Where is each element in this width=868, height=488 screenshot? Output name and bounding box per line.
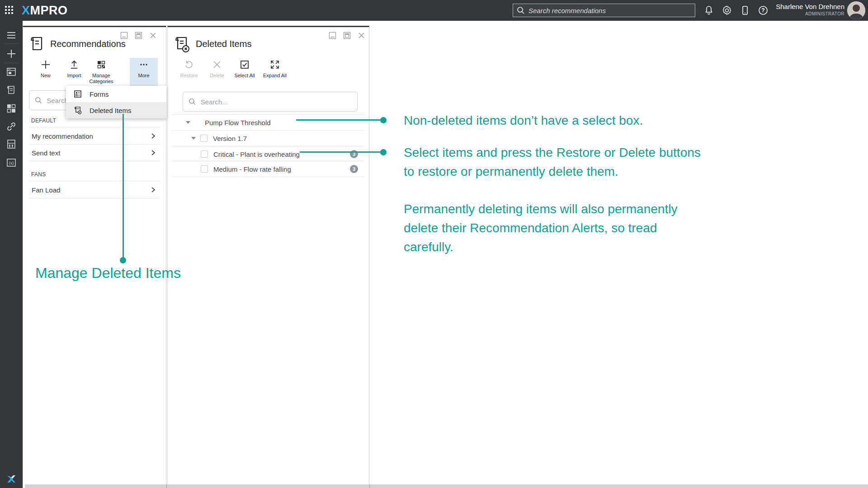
manage-categories-button[interactable]: Manage Categories (87, 58, 115, 87)
tree-row[interactable]: Critical - Plant is overheating 3 (172, 147, 364, 161)
bell-icon[interactable] (703, 5, 714, 16)
list-item[interactable]: Send text (29, 145, 160, 160)
logo-rest: MPRO (30, 4, 68, 17)
list-item[interactable]: Fan Load (29, 182, 160, 197)
restore-button[interactable]: Restore (176, 58, 202, 87)
menu-item-forms[interactable]: Forms (66, 86, 166, 102)
deleted-items-panel: Deleted Items Restore Delete Select All … (167, 26, 369, 488)
delete-icon (212, 60, 222, 70)
select-all-icon (240, 60, 250, 70)
expand-all-icon (270, 60, 280, 70)
caret-down-icon[interactable] (191, 137, 196, 140)
logo-x: X (22, 4, 30, 17)
checkbox[interactable] (200, 135, 208, 142)
search-icon (517, 6, 525, 14)
restore-action-icon (184, 60, 194, 70)
caret-down-icon[interactable] (186, 121, 190, 124)
global-search-input[interactable] (528, 7, 691, 14)
link-icon[interactable] (6, 122, 16, 131)
search-icon (35, 96, 42, 104)
menu-icon[interactable] (6, 30, 16, 40)
checkbox[interactable] (201, 150, 208, 158)
callout-dot-1 (380, 117, 387, 123)
restore-icon[interactable] (135, 32, 142, 39)
expand-all-button[interactable]: Expand All (260, 58, 290, 87)
more-icon (139, 60, 149, 70)
blocks-icon[interactable] (6, 103, 16, 113)
new-icon (41, 60, 51, 70)
chevron-right-icon (150, 133, 156, 139)
callout-line-1 (296, 119, 381, 121)
horizontal-scrollbar[interactable] (25, 484, 868, 488)
restore-icon[interactable] (343, 32, 351, 39)
deleted-items-icon (74, 106, 82, 114)
tree-row[interactable]: Pump Flow Threshold (172, 115, 364, 130)
alert-count-badge: 3 (350, 165, 358, 173)
import-button[interactable]: Import (63, 58, 85, 87)
manage-callout-line (123, 114, 124, 260)
recommendations-icon (29, 35, 45, 52)
left-sidebar: (x) (0, 21, 23, 488)
mobile-icon[interactable] (740, 5, 750, 16)
forms-icon (74, 90, 82, 98)
user-role: ADMINISTRATOR (776, 11, 844, 16)
annotation-manage-label: Manage Deleted Items (35, 265, 181, 282)
recommendations-toolbar: New Import Manage Categories More (23, 58, 166, 88)
avatar[interactable] (847, 1, 865, 19)
xmpro-x-logo (6, 474, 17, 484)
help-icon[interactable]: ? (758, 5, 769, 16)
chevron-right-icon (150, 187, 156, 193)
tree-row[interactable]: Medium - Flow rate falling 3 (172, 162, 364, 176)
app-window-icon[interactable] (6, 67, 16, 77)
svg-text:?: ? (761, 7, 764, 14)
annotation-callout-3: Permanently deleting items will also per… (404, 200, 747, 257)
manage-categories-icon (96, 60, 106, 70)
user-name: Sharlene Von Drehnen (776, 2, 844, 11)
more-button[interactable]: More (130, 58, 158, 87)
sidebar-divider (3, 43, 19, 44)
callout-dot-2 (380, 149, 387, 155)
more-dropdown-menu: Forms Deleted Items (66, 86, 166, 118)
close-icon[interactable] (149, 32, 157, 39)
import-icon (69, 60, 79, 70)
gear-icon[interactable] (722, 5, 732, 16)
deleted-items-search[interactable] (183, 92, 358, 112)
code-window-icon[interactable]: (x) (6, 158, 16, 168)
recommendations-icon[interactable] (6, 85, 16, 95)
callout-line-2 (300, 151, 381, 153)
svg-text:(x): (x) (9, 161, 14, 165)
deleted-items-toolbar: Restore Delete Select All Expand All (168, 58, 369, 88)
tree-row[interactable]: Version 1.7 (172, 131, 364, 145)
deleted-items-icon (174, 35, 191, 53)
sidebar-divider (3, 63, 19, 63)
calculator-icon[interactable] (6, 139, 16, 149)
section-label: FANS (31, 171, 46, 178)
close-icon[interactable] (358, 32, 365, 39)
top-bar: XMPRO ? Sharlene Von Drehnen ADMINISTRAT… (0, 0, 868, 21)
annotation-callout-1: Non-deleted items don’t have a select bo… (404, 111, 643, 130)
global-search[interactable] (513, 4, 695, 17)
manage-callout-dot (120, 257, 126, 263)
list-item[interactable]: My recommendation (29, 128, 160, 144)
select-all-button[interactable]: Select All (231, 58, 258, 87)
xmpro-logo: XMPRO (22, 4, 68, 18)
search-icon (189, 98, 196, 106)
panel-divider (166, 484, 167, 488)
panel-divider (369, 484, 370, 488)
checkbox[interactable] (201, 165, 208, 173)
panel-title: Deleted Items (196, 39, 251, 49)
section-label: DEFAULT (31, 117, 56, 124)
user-info[interactable]: Sharlene Von Drehnen ADMINISTRATOR (776, 2, 844, 16)
delete-button[interactable]: Delete (205, 58, 229, 87)
new-button[interactable]: New (35, 58, 57, 87)
panel-title: Recommendations (50, 39, 126, 49)
minimize-icon[interactable] (329, 32, 336, 39)
chevron-right-icon (150, 150, 156, 156)
apps-grid-icon[interactable] (5, 6, 14, 15)
annotation-callout-2: Select items and press the Restore or De… (404, 143, 765, 181)
plus-icon[interactable] (6, 49, 16, 59)
menu-item-deleted-items[interactable]: Deleted Items (66, 102, 166, 118)
deleted-items-search-input[interactable] (201, 98, 352, 106)
